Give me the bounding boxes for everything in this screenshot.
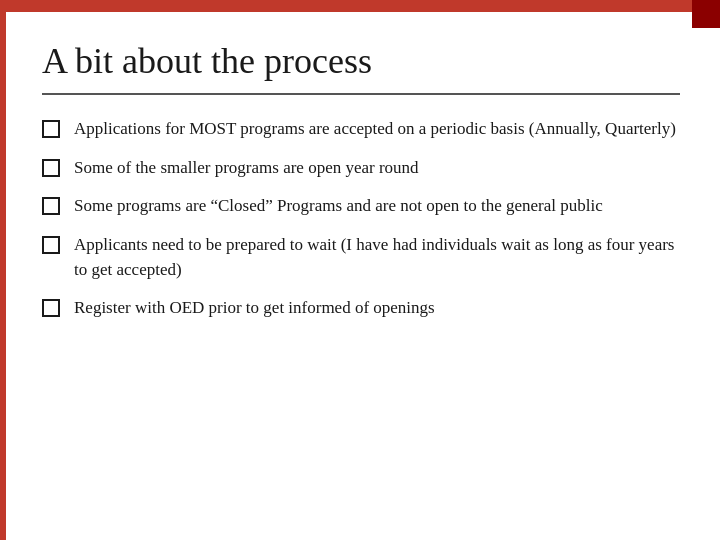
title-divider	[42, 93, 680, 95]
list-item: Some programs are “Closed” Programs and …	[42, 194, 680, 219]
bullet-marker	[42, 120, 60, 138]
bullet-text: Some programs are “Closed” Programs and …	[74, 194, 680, 219]
bullet-list: Applications for MOST programs are accep…	[42, 117, 680, 321]
top-bar	[0, 0, 720, 12]
bullet-marker	[42, 197, 60, 215]
bullet-marker	[42, 236, 60, 254]
list-item: Some of the smaller programs are open ye…	[42, 156, 680, 181]
slide: A bit about the process Applications for…	[0, 0, 720, 540]
list-item: Register with OED prior to get informed …	[42, 296, 680, 321]
bullet-text: Register with OED prior to get informed …	[74, 296, 680, 321]
list-item: Applications for MOST programs are accep…	[42, 117, 680, 142]
slide-title: A bit about the process	[42, 40, 680, 83]
bullet-marker	[42, 299, 60, 317]
bullet-text: Applications for MOST programs are accep…	[74, 117, 680, 142]
bullet-text: Applicants need to be prepared to wait (…	[74, 233, 680, 282]
bullet-marker	[42, 159, 60, 177]
list-item: Applicants need to be prepared to wait (…	[42, 233, 680, 282]
bullet-text: Some of the smaller programs are open ye…	[74, 156, 680, 181]
slide-content: A bit about the process Applications for…	[6, 12, 720, 540]
